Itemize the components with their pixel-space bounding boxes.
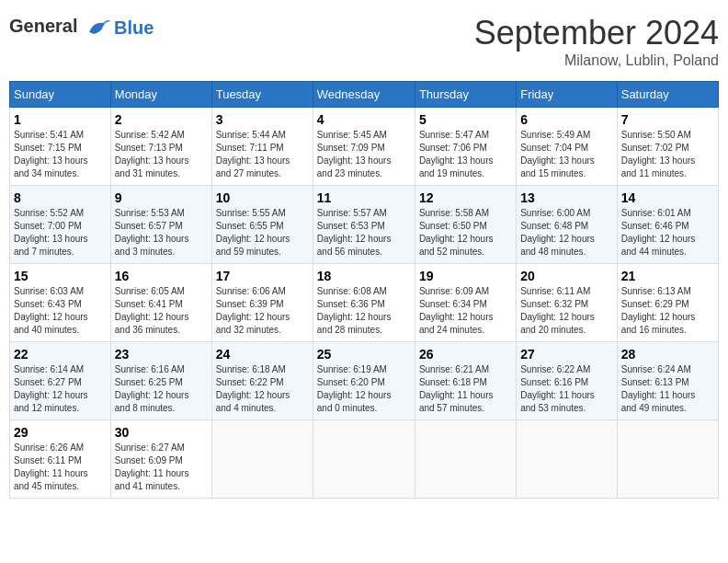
day-cell: 15Sunrise: 6:03 AM Sunset: 6:43 PM Dayli… bbox=[10, 264, 111, 342]
day-cell: 5Sunrise: 5:47 AM Sunset: 7:06 PM Daylig… bbox=[415, 108, 516, 186]
day-info: Sunrise: 6:22 AM Sunset: 6:16 PM Dayligh… bbox=[520, 363, 613, 415]
day-info: Sunrise: 6:11 AM Sunset: 6:32 PM Dayligh… bbox=[520, 285, 613, 337]
day-info: Sunrise: 5:55 AM Sunset: 6:55 PM Dayligh… bbox=[216, 207, 309, 259]
week-row-2: 8Sunrise: 5:52 AM Sunset: 7:00 PM Daylig… bbox=[10, 186, 719, 264]
day-info: Sunrise: 5:58 AM Sunset: 6:50 PM Dayligh… bbox=[419, 207, 512, 259]
day-cell: 20Sunrise: 6:11 AM Sunset: 6:32 PM Dayli… bbox=[517, 264, 618, 342]
day-info: Sunrise: 6:27 AM Sunset: 6:09 PM Dayligh… bbox=[115, 442, 208, 493]
day-number: 22 bbox=[14, 347, 107, 362]
day-number: 5 bbox=[419, 112, 512, 127]
day-number: 12 bbox=[419, 190, 512, 205]
day-cell: 25Sunrise: 6:19 AM Sunset: 6:20 PM Dayli… bbox=[313, 342, 415, 420]
logo-bird-icon bbox=[85, 14, 112, 41]
day-cell: 8Sunrise: 5:52 AM Sunset: 7:00 PM Daylig… bbox=[10, 186, 111, 264]
day-info: Sunrise: 6:03 AM Sunset: 6:43 PM Dayligh… bbox=[14, 285, 107, 337]
day-number: 13 bbox=[520, 190, 613, 205]
day-cell: 29Sunrise: 6:26 AM Sunset: 6:11 PM Dayli… bbox=[10, 420, 111, 499]
day-info: Sunrise: 6:01 AM Sunset: 6:46 PM Dayligh… bbox=[621, 207, 714, 259]
day-info: Sunrise: 5:49 AM Sunset: 7:04 PM Dayligh… bbox=[520, 129, 613, 180]
day-number: 6 bbox=[520, 112, 613, 127]
week-row-5: 29Sunrise: 6:26 AM Sunset: 6:11 PM Dayli… bbox=[10, 420, 719, 499]
day-cell bbox=[211, 420, 313, 499]
day-cell: 9Sunrise: 5:53 AM Sunset: 6:57 PM Daylig… bbox=[110, 186, 211, 264]
day-info: Sunrise: 5:41 AM Sunset: 7:15 PM Dayligh… bbox=[14, 129, 107, 180]
day-number: 28 bbox=[621, 347, 714, 362]
day-cell: 16Sunrise: 6:05 AM Sunset: 6:41 PM Dayli… bbox=[110, 264, 211, 342]
day-info: Sunrise: 6:21 AM Sunset: 6:18 PM Dayligh… bbox=[419, 363, 512, 415]
day-info: Sunrise: 6:19 AM Sunset: 6:20 PM Dayligh… bbox=[317, 363, 411, 415]
day-number: 29 bbox=[14, 425, 107, 440]
col-header-friday: Friday bbox=[517, 82, 618, 108]
month-title: September 2024 bbox=[474, 14, 719, 52]
day-number: 10 bbox=[216, 190, 309, 205]
location-label: Milanow, Lublin, Poland bbox=[474, 52, 719, 69]
day-cell: 22Sunrise: 6:14 AM Sunset: 6:27 PM Dayli… bbox=[10, 342, 111, 420]
title-section: September 2024 Milanow, Lublin, Poland bbox=[474, 14, 719, 69]
day-cell: 14Sunrise: 6:01 AM Sunset: 6:46 PM Dayli… bbox=[617, 186, 718, 264]
day-cell: 17Sunrise: 6:06 AM Sunset: 6:39 PM Dayli… bbox=[211, 264, 313, 342]
day-cell bbox=[617, 420, 718, 499]
day-info: Sunrise: 6:26 AM Sunset: 6:11 PM Dayligh… bbox=[14, 442, 107, 493]
day-number: 3 bbox=[216, 112, 309, 127]
day-number: 7 bbox=[621, 112, 714, 127]
day-info: Sunrise: 5:47 AM Sunset: 7:06 PM Dayligh… bbox=[419, 129, 512, 180]
col-header-saturday: Saturday bbox=[617, 82, 718, 108]
col-header-thursday: Thursday bbox=[415, 82, 516, 108]
day-info: Sunrise: 5:45 AM Sunset: 7:09 PM Dayligh… bbox=[317, 129, 411, 180]
day-cell: 1Sunrise: 5:41 AM Sunset: 7:15 PM Daylig… bbox=[10, 108, 111, 186]
day-info: Sunrise: 5:57 AM Sunset: 6:53 PM Dayligh… bbox=[317, 207, 411, 259]
day-info: Sunrise: 6:24 AM Sunset: 6:13 PM Dayligh… bbox=[621, 363, 714, 415]
day-cell: 7Sunrise: 5:50 AM Sunset: 7:02 PM Daylig… bbox=[617, 108, 718, 186]
day-cell: 27Sunrise: 6:22 AM Sunset: 6:16 PM Dayli… bbox=[517, 342, 618, 420]
day-cell: 12Sunrise: 5:58 AM Sunset: 6:50 PM Dayli… bbox=[415, 186, 516, 264]
calendar-table: SundayMondayTuesdayWednesdayThursdayFrid… bbox=[9, 81, 719, 499]
day-number: 15 bbox=[14, 269, 107, 283]
day-cell: 24Sunrise: 6:18 AM Sunset: 6:22 PM Dayli… bbox=[211, 342, 313, 420]
day-number: 26 bbox=[419, 347, 512, 362]
day-cell: 10Sunrise: 5:55 AM Sunset: 6:55 PM Dayli… bbox=[211, 186, 313, 264]
day-number: 24 bbox=[216, 347, 309, 362]
day-cell: 28Sunrise: 6:24 AM Sunset: 6:13 PM Dayli… bbox=[617, 342, 718, 420]
day-number: 20 bbox=[520, 269, 613, 283]
day-info: Sunrise: 6:00 AM Sunset: 6:48 PM Dayligh… bbox=[520, 207, 613, 259]
logo-text-general: General bbox=[9, 16, 77, 36]
day-number: 4 bbox=[317, 112, 411, 127]
day-info: Sunrise: 6:08 AM Sunset: 6:36 PM Dayligh… bbox=[317, 285, 411, 337]
day-number: 16 bbox=[115, 269, 208, 283]
day-number: 19 bbox=[419, 269, 512, 283]
col-header-tuesday: Tuesday bbox=[211, 82, 313, 108]
day-cell: 23Sunrise: 6:16 AM Sunset: 6:25 PM Dayli… bbox=[110, 342, 211, 420]
day-info: Sunrise: 6:09 AM Sunset: 6:34 PM Dayligh… bbox=[419, 285, 512, 337]
day-cell: 2Sunrise: 5:42 AM Sunset: 7:13 PM Daylig… bbox=[110, 108, 211, 186]
page-header: General Blue September 2024 Milanow, Lub… bbox=[9, 9, 719, 74]
day-number: 17 bbox=[216, 269, 309, 283]
day-cell: 6Sunrise: 5:49 AM Sunset: 7:04 PM Daylig… bbox=[517, 108, 618, 186]
day-cell: 3Sunrise: 5:44 AM Sunset: 7:11 PM Daylig… bbox=[211, 108, 313, 186]
week-row-4: 22Sunrise: 6:14 AM Sunset: 6:27 PM Dayli… bbox=[10, 342, 719, 420]
day-cell bbox=[517, 420, 618, 499]
day-number: 9 bbox=[115, 190, 208, 205]
day-info: Sunrise: 5:53 AM Sunset: 6:57 PM Dayligh… bbox=[115, 207, 208, 259]
week-row-1: 1Sunrise: 5:41 AM Sunset: 7:15 PM Daylig… bbox=[10, 108, 719, 186]
day-number: 21 bbox=[621, 269, 714, 283]
day-number: 1 bbox=[14, 112, 107, 127]
day-cell: 18Sunrise: 6:08 AM Sunset: 6:36 PM Dayli… bbox=[313, 264, 415, 342]
day-info: Sunrise: 5:52 AM Sunset: 7:00 PM Dayligh… bbox=[14, 207, 107, 259]
logo-text-blue: Blue bbox=[114, 17, 154, 39]
col-header-sunday: Sunday bbox=[10, 82, 111, 108]
day-cell bbox=[313, 420, 415, 499]
day-info: Sunrise: 6:16 AM Sunset: 6:25 PM Dayligh… bbox=[115, 363, 208, 415]
day-number: 11 bbox=[317, 190, 411, 205]
day-info: Sunrise: 6:18 AM Sunset: 6:22 PM Dayligh… bbox=[216, 363, 309, 415]
week-row-3: 15Sunrise: 6:03 AM Sunset: 6:43 PM Dayli… bbox=[10, 264, 719, 342]
day-number: 30 bbox=[115, 425, 208, 440]
day-info: Sunrise: 6:13 AM Sunset: 6:29 PM Dayligh… bbox=[621, 285, 714, 337]
day-info: Sunrise: 5:44 AM Sunset: 7:11 PM Dayligh… bbox=[216, 129, 309, 180]
day-number: 27 bbox=[520, 347, 613, 362]
day-cell: 30Sunrise: 6:27 AM Sunset: 6:09 PM Dayli… bbox=[110, 420, 211, 499]
header-row: SundayMondayTuesdayWednesdayThursdayFrid… bbox=[10, 82, 719, 108]
day-info: Sunrise: 6:14 AM Sunset: 6:27 PM Dayligh… bbox=[14, 363, 107, 415]
day-number: 8 bbox=[14, 190, 107, 205]
day-info: Sunrise: 5:42 AM Sunset: 7:13 PM Dayligh… bbox=[115, 129, 208, 180]
day-number: 18 bbox=[317, 269, 411, 283]
